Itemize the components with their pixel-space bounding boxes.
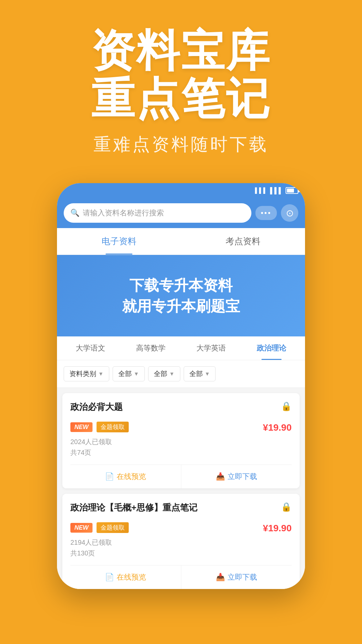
badge-gold-1: 金题领取 (97, 422, 129, 432)
preview-icon-1: 📄 (105, 472, 114, 481)
phone-mockup: ▌▌▌ ▌▌▌ 🔍 请输入资料名称进行搜索 ••• ⊙ 电子资料 考点资料 (57, 183, 305, 589)
battery-icon (286, 187, 298, 194)
cat-tab-politics[interactable]: 政治理论 (241, 336, 302, 360)
card-1-badges: NEW 金题领取 (70, 422, 129, 432)
badge-new-1: NEW (70, 422, 93, 432)
signal-icon: ▌▌▌ (255, 187, 267, 194)
card-2-actions: 📄 在线预览 📥 立即下载 (70, 565, 292, 589)
card-1-price: ¥19.90 (263, 422, 292, 433)
filter-3[interactable]: 全部 ▼ (184, 366, 216, 381)
card-2-header: 政治理论【毛概+思修】重点笔记 🔒 (70, 502, 292, 514)
card-2-price-row: NEW 金题领取 ¥19.90 (70, 518, 292, 534)
phone-wrapper: ▌▌▌ ▌▌▌ 🔍 请输入资料名称进行搜索 ••• ⊙ 电子资料 考点资料 (0, 183, 362, 589)
cat-tab-chinese[interactable]: 大学语文 (60, 336, 121, 360)
filter-row: 资料类别 ▼ 全部 ▼ 全部 ▼ 全部 ▼ (57, 360, 305, 388)
search-icon: 🔍 (70, 209, 79, 217)
scan-button[interactable]: ⊙ (281, 204, 298, 222)
filter-2-arrow: ▼ (169, 371, 175, 377)
filter-2[interactable]: 全部 ▼ (148, 366, 180, 381)
card-1-claimed: 2024人已领取 (70, 436, 292, 447)
card-2-badges: NEW 金题领取 (70, 522, 129, 533)
cat-tab-math[interactable]: 高等数学 (121, 336, 181, 360)
lock-icon-2: 🔒 (281, 502, 292, 512)
search-bar-container: 🔍 请输入资料名称进行搜索 ••• ⊙ (57, 198, 305, 228)
card-1-title: 政治必背大题 (70, 401, 123, 413)
card-2-pages: 共130页 (70, 548, 292, 558)
download-icon-1: 📥 (216, 472, 225, 481)
filter-type-arrow: ▼ (98, 371, 104, 377)
category-tabs: 大学语文 高等数学 大学英语 政治理论 (57, 336, 305, 360)
status-icons: ▌▌▌ ▌▌▌ (255, 187, 298, 194)
filter-1[interactable]: 全部 ▼ (113, 366, 145, 381)
card-2-price: ¥19.90 (263, 523, 292, 534)
card-2-meta: 2194人已领取 共130页 (70, 537, 292, 558)
more-options-button[interactable]: ••• (255, 206, 277, 220)
download-icon-2: 📥 (216, 573, 225, 582)
badge-new-2: NEW (70, 523, 93, 533)
search-bar[interactable]: 🔍 请输入资料名称进行搜索 (64, 203, 251, 223)
filter-3-arrow: ▼ (205, 371, 210, 377)
lock-icon-1: 🔒 (281, 401, 292, 412)
hero-title: 资料宝库 重点笔记 (0, 27, 362, 123)
resource-card-1: 政治必背大题 🔒 NEW 金题领取 ¥19.90 2024人已领取 共74页 (62, 393, 300, 488)
tab-electronic[interactable]: 电子资料 (57, 228, 181, 255)
card-1-actions: 📄 在线预览 📥 立即下载 (70, 465, 292, 488)
tab-exam[interactable]: 考点资料 (181, 228, 305, 255)
card-1-price-row: NEW 金题领取 ¥19.90 (70, 417, 292, 433)
card-2-title: 政治理论【毛概+思修】重点笔记 (70, 502, 197, 514)
resource-card-2: 政治理论【毛概+思修】重点笔记 🔒 NEW 金题领取 ¥19.90 2194人已… (62, 494, 300, 589)
download-button-1[interactable]: 📥 立即下载 (181, 465, 292, 488)
preview-button-2[interactable]: 📄 在线预览 (70, 566, 181, 589)
search-actions: ••• ⊙ (255, 204, 298, 222)
preview-icon-2: 📄 (105, 573, 114, 582)
cat-tab-english[interactable]: 大学英语 (181, 336, 241, 360)
search-placeholder: 请输入资料名称进行搜索 (83, 208, 164, 218)
card-2-claimed: 2194人已领取 (70, 537, 292, 548)
card-1-pages: 共74页 (70, 447, 292, 458)
filter-1-arrow: ▼ (134, 371, 139, 377)
app-content: 大学语文 高等数学 大学英语 政治理论 资料类别 ▼ 全部 ▼ 全部 ▼ (57, 336, 305, 589)
main-tabs: 电子资料 考点资料 (57, 228, 305, 255)
hero-section: 资料宝库 重点笔记 重难点资料随时下载 (0, 0, 362, 170)
hero-subtitle: 重难点资料随时下载 (0, 133, 362, 156)
banner: 下载专升本资料 就用专升本刷题宝 (57, 255, 305, 336)
status-bar: ▌▌▌ ▌▌▌ (57, 183, 305, 198)
filter-type[interactable]: 资料类别 ▼ (64, 366, 109, 381)
card-1-header: 政治必背大题 🔒 (70, 401, 292, 413)
card-1-meta: 2024人已领取 共74页 (70, 436, 292, 458)
wifi-icon: ▌▌▌ (270, 187, 283, 194)
battery-fill (287, 189, 294, 193)
badge-gold-2: 金题领取 (97, 522, 129, 533)
preview-button-1[interactable]: 📄 在线预览 (70, 465, 181, 488)
download-button-2[interactable]: 📥 立即下载 (181, 566, 292, 589)
banner-text: 下载专升本资料 就用专升本刷题宝 (70, 275, 292, 316)
